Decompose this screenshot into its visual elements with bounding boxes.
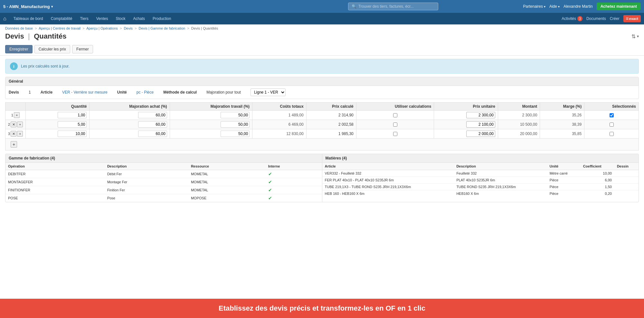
row2-remove-btn[interactable]: ✕	[11, 122, 16, 127]
page-title: Devis | Quantités	[5, 32, 67, 41]
table-row: 2 ✕ + 6 469,00 2 002,58 10 500,00 38,39	[5, 120, 639, 129]
methode-label: Méthode de calcul	[163, 90, 197, 95]
fermer-button[interactable]: Fermer	[72, 45, 93, 53]
row1-maj-achat-cell	[90, 111, 170, 120]
breadcrumb-item-4[interactable]: Devis	[124, 26, 133, 30]
row1-utiliser[interactable]	[393, 113, 397, 117]
breadcrumb-current: Devis | Quantités	[191, 26, 218, 30]
list-item: MONTAGEFER Montage Fer MOMETAL ✔	[5, 178, 322, 186]
breadcrumb-sep-2: >	[82, 26, 84, 30]
matieres-col-dessin: Dessin	[614, 163, 639, 170]
row2-selected[interactable]	[610, 123, 614, 127]
gamme-row1-operation: DEBITFER	[5, 170, 105, 178]
mat-row2-article: FER PLAT 40x10 - PLAT 40x10 S235JR 6m	[322, 177, 454, 184]
gamme-header-row: Opération Description Ressource Interne	[5, 163, 322, 170]
enregistrer-button[interactable]: Enregistrer	[5, 45, 33, 53]
row3-prix-calc: 1 985,30	[306, 129, 356, 139]
aide-menu[interactable]: Aide ▾	[549, 4, 560, 9]
matieres-col-unite: Unité	[547, 163, 581, 170]
breadcrumb-item-1[interactable]: Données de base	[5, 26, 33, 30]
nav-achats[interactable]: Achats	[130, 14, 148, 23]
row3-maj-travail[interactable]	[221, 131, 250, 137]
row3-add-btn[interactable]: +	[17, 131, 23, 137]
row2-montant: 10 500,00	[498, 120, 540, 129]
row2-utiliser-cell	[356, 120, 434, 129]
gamme-row1-description: Débit Fer	[105, 170, 188, 178]
row3-prix-unit[interactable]	[466, 131, 495, 137]
page-header-right: ⇅ ▾	[631, 33, 639, 40]
breadcrumb-item-3[interactable]: Aperçu | Opérations	[86, 26, 118, 30]
equal-sign: =	[626, 16, 629, 21]
page-title-separator: |	[28, 32, 30, 40]
mat-row3-article: TUBE 219,1X3 - TUBE ROND S235 JRH 219,1X…	[322, 184, 454, 190]
row3-maj-travail-cell	[170, 129, 252, 139]
breadcrumb-item-5[interactable]: Devis | Gamme de fabrication	[138, 26, 185, 30]
creer-link[interactable]: Créer	[610, 16, 620, 21]
calculer-button[interactable]: Calculer les prix	[34, 45, 70, 53]
col-prix-calc: Prix calculé	[306, 103, 356, 111]
nav-stock[interactable]: Stock	[112, 14, 128, 23]
gamme-row2-description: Montage Fer	[105, 178, 188, 186]
row1-quantite[interactable]	[58, 112, 87, 118]
row3-remove-btn[interactable]: ✕	[11, 131, 16, 137]
row1-add-btn[interactable]: +	[14, 112, 20, 118]
add-row-cell: +	[5, 139, 639, 150]
list-item: FINITIONFER Finition Fer MOMETAL ✔	[5, 186, 322, 194]
top-nav-left: 5 - AMN_Manufacturing ▾	[3, 4, 263, 9]
partenaires-menu[interactable]: Partenaires ▾	[523, 4, 545, 9]
page-title-part1: Devis	[5, 32, 24, 40]
row1-maj-achat[interactable]	[138, 112, 167, 118]
row3-marge: 35,85	[540, 129, 584, 139]
gamme-row3-description: Finition Fer	[105, 186, 188, 194]
mat-row3-coeff: 1,50	[581, 184, 614, 190]
devis-label: Devis	[9, 90, 19, 95]
nav-tableaux-de-bord[interactable]: Tableaux de bord	[10, 14, 46, 23]
list-item: VER332 - Feuilleté 332 Feuilleté 332 Mèt…	[322, 170, 639, 177]
mat-row2-description: PLAT 40x10 S235JR 6m	[454, 177, 547, 184]
row2-prix-calc: 2 002,58	[306, 120, 356, 129]
row2-maj-achat[interactable]	[138, 121, 167, 128]
buy-now-button[interactable]: Achetez maintenant	[597, 3, 641, 10]
gamme-row1-ressource: MOMETAL	[188, 170, 266, 178]
row3-montant: 20 000,00	[498, 129, 540, 139]
search-container: 🔍	[263, 3, 523, 10]
article-link[interactable]: VER - Verrière sur mesure	[62, 90, 108, 95]
row2-utiliser[interactable]	[393, 123, 397, 127]
sort-icon[interactable]: ⇅	[631, 33, 636, 40]
home-icon[interactable]: ⌂	[3, 16, 6, 22]
add-row-button[interactable]: +	[11, 141, 17, 148]
app-title[interactable]: 5 - AMN_Manufacturing ▾	[3, 4, 53, 9]
nav-tiers[interactable]: Tiers	[77, 14, 91, 23]
row2-prix-unit[interactable]	[466, 121, 495, 128]
row1-selected[interactable]	[610, 113, 614, 117]
nav-comptabilite[interactable]: Comptabilité	[48, 14, 76, 23]
row3-utiliser-cell	[356, 129, 434, 139]
mat-row3-unite: Pièce	[547, 184, 581, 190]
search-input[interactable]	[358, 4, 429, 9]
row2-quantite[interactable]	[58, 121, 87, 128]
matieres-col-description: Description	[454, 163, 547, 170]
sort-chevron[interactable]: ▾	[637, 34, 639, 39]
documents-link[interactable]: Documents	[586, 16, 606, 21]
row2-maj-travail[interactable]	[221, 121, 250, 128]
row3-maj-achat[interactable]	[138, 131, 167, 137]
col-montant: Montant	[498, 103, 540, 111]
nav-ventes[interactable]: Ventes	[93, 14, 111, 23]
gamme-row2-operation: MONTAGEFER	[5, 178, 105, 186]
row3-quantite[interactable]	[58, 131, 87, 137]
row2-add-btn[interactable]: +	[17, 122, 23, 127]
row1-maj-travail[interactable]	[221, 112, 250, 118]
mat-row4-dessin	[614, 190, 639, 197]
unite-link[interactable]: pc - Pièce	[137, 90, 154, 95]
page-header: Devis | Quantités ⇅ ▾	[0, 31, 644, 43]
row3-selected[interactable]	[610, 132, 614, 136]
col-maj-achat: Majoration achat (%)	[90, 103, 170, 111]
row3-utiliser[interactable]	[393, 132, 397, 136]
ligne-select[interactable]: Ligne 1 - VER	[251, 88, 286, 96]
row1-prix-unit[interactable]	[466, 112, 495, 118]
info-icon: i	[10, 62, 18, 70]
nav-production[interactable]: Production	[149, 14, 174, 23]
activities-badge[interactable]: Activités 3	[562, 16, 582, 21]
breadcrumb-item-2[interactable]: Aperçu | Centres de travail	[39, 26, 80, 30]
gamme-row4-ressource: MOPOSE	[188, 194, 266, 202]
